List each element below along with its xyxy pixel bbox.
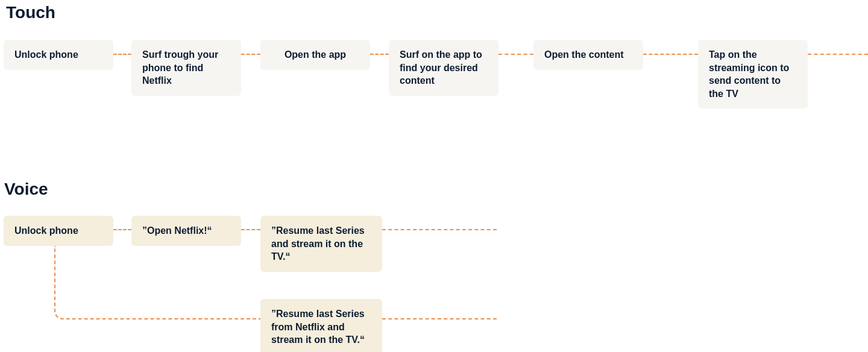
- connector-line: [643, 54, 698, 55]
- connector-line: [113, 229, 131, 230]
- connector-line: [808, 54, 868, 55]
- touch-step: Tap on the streaming icon to send conten…: [698, 40, 808, 108]
- voice-step: ”Open Netflix!“: [131, 216, 241, 246]
- voice-step: Unlock phone: [4, 216, 113, 246]
- connector-line: [241, 54, 260, 55]
- voice-step-alt: ”Resume last Series from Netflix and str…: [260, 299, 382, 352]
- voice-step: ”Resume last Series and stream it on the…: [260, 216, 382, 272]
- connector-line: [241, 229, 260, 230]
- connector-line: [382, 318, 497, 319]
- connector-line: [113, 54, 131, 55]
- touch-step: Open the app: [260, 40, 370, 70]
- touch-step: Open the content: [533, 40, 643, 70]
- section-title-voice: Voice: [4, 180, 48, 199]
- connector-line: [382, 229, 497, 230]
- connector-branch: [54, 246, 260, 319]
- touch-step: Surf on the app to find your desired con…: [389, 40, 498, 96]
- section-title-touch: Touch: [6, 3, 55, 22]
- connector-line: [370, 54, 389, 55]
- touch-step: Unlock phone: [4, 40, 113, 70]
- connector-line: [498, 54, 533, 55]
- touch-step: Surf trough your phone to find Netflix: [131, 40, 241, 96]
